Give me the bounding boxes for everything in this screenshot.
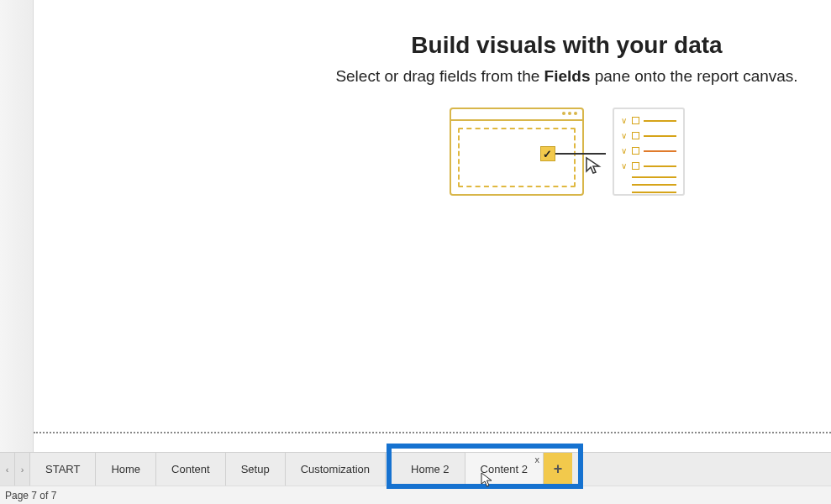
empty-state-subtitle: Select or drag fields from the Fields pa… (302, 67, 831, 86)
empty-state-illustration: ✓ ∨ ∨ ∨ ∨ (450, 108, 685, 200)
illus-fields-pane: ∨ ∨ ∨ ∨ (613, 108, 685, 196)
tab-label: Customization (301, 463, 370, 475)
tab-label: Content 2 (481, 463, 528, 475)
page-indicator: Page 7 of 7 (5, 490, 56, 501)
page-tab-content[interactable]: Content (156, 453, 226, 486)
page-tab-home-2[interactable]: Home 2 (396, 453, 465, 486)
tab-label: Home 2 (411, 463, 450, 475)
tab-label: Home (111, 463, 140, 475)
empty-state-sub-bold: Fields (544, 67, 591, 85)
page-tab-home[interactable]: Home (96, 453, 156, 486)
status-bar: Page 7 of 7 (0, 486, 831, 504)
left-rail (0, 0, 34, 504)
illus-drag-line (555, 153, 606, 155)
tab-label: START (45, 463, 80, 475)
page-tab-customization[interactable]: Customization (286, 453, 386, 486)
illus-checkbox-icon: ✓ (540, 146, 555, 161)
page-tab-bar: ‹ › START Home Content Setup Customizati… (0, 452, 831, 486)
empty-state-title: Build visuals with your data (302, 32, 831, 59)
illus-window-dots (562, 112, 577, 115)
empty-state-sub-post: pane onto the report canvas. (590, 67, 797, 85)
tab-nav-prev[interactable]: ‹ (0, 453, 15, 486)
add-page-button[interactable]: + (544, 453, 572, 486)
empty-state-sub-pre: Select or drag fields from the (335, 67, 544, 85)
page-tab-content-2[interactable]: Content 2 x (465, 453, 544, 486)
illus-drop-area (458, 128, 576, 187)
illus-titlebar (451, 109, 582, 121)
close-icon[interactable]: x (534, 454, 539, 465)
tab-label: Content (171, 463, 210, 475)
report-canvas[interactable]: Build visuals with your data Select or d… (34, 0, 831, 433)
tab-label: Setup (241, 463, 270, 475)
app-root: Build visuals with your data Select or d… (0, 0, 831, 504)
cursor-icon (584, 156, 604, 176)
illus-canvas-window (450, 108, 584, 196)
tab-nav-next[interactable]: › (15, 453, 30, 486)
page-tab-start[interactable]: START (30, 453, 96, 486)
tab-gap (386, 453, 396, 486)
canvas-bottom-divider (34, 432, 831, 433)
empty-state: Build visuals with your data Select or d… (34, 32, 831, 203)
page-tab-setup[interactable]: Setup (226, 453, 286, 486)
